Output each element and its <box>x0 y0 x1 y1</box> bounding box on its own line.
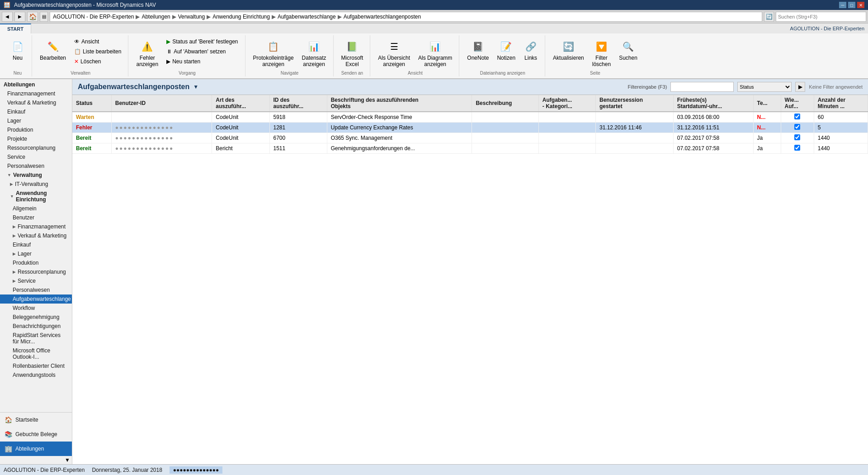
sidebar-item-workflow[interactable]: Workflow <box>0 304 72 313</box>
minimize-button[interactable]: ─ <box>839 2 846 8</box>
onenote-button[interactable]: 📓 OneNote <box>464 37 492 63</box>
row-checkbox[interactable] <box>794 145 800 151</box>
table-row[interactable]: Fehler●●●●●●●●●●●●●●CodeUnit1281Update C… <box>72 123 868 133</box>
sidebar-item-lager2[interactable]: ▶ Lager <box>0 249 72 258</box>
filter-input[interactable] <box>670 82 734 92</box>
sidebar-item-einkauf[interactable]: Einkauf <box>0 107 72 116</box>
set-abwarten-button[interactable]: ⏸ Auf 'Abwarten' setzen <box>163 47 241 56</box>
col-header-wie[interactable]: Wie...Auf... <box>781 95 814 112</box>
set-bereit-button[interactable]: ▶ Status auf 'Bereit' festlegen <box>163 37 241 46</box>
ribbon-group-label-neu: Neu <box>14 71 22 76</box>
page-title-dropdown-icon[interactable]: ▼ <box>193 84 198 90</box>
table-container: Status Benutzer-ID Art desauszuführ... I… <box>72 95 868 464</box>
sidebar-item-ressourcenplanung2[interactable]: ▶ Ressourcenplanung <box>0 267 72 276</box>
breadcrumb-icon[interactable]: ▤ <box>40 12 48 22</box>
als-uebersicht-button[interactable]: ☰ Als Übersichtanzeigen <box>375 37 413 70</box>
sidebar-item-service[interactable]: Service <box>0 152 72 162</box>
tab-start[interactable]: START <box>0 24 31 33</box>
notizen-button[interactable]: 📝 Notizen <box>494 37 519 63</box>
sidebar-item-finanzmanagement[interactable]: Finanzmanagement <box>0 89 72 98</box>
back-button[interactable]: ◀ <box>2 12 13 22</box>
sidebar-item-produktion2[interactable]: Produktion <box>0 258 72 267</box>
col-header-userid[interactable]: Benutzer-ID <box>111 95 212 112</box>
nav-gebuchte-belege[interactable]: 📚 Gebuchte Belege <box>0 427 72 442</box>
sidebar-item-beleggenehmigung[interactable]: Beleggenehmigung <box>0 313 72 322</box>
sidebar-item-produktion[interactable]: Produktion <box>0 125 72 134</box>
col-header-id[interactable]: ID desauszuführ... <box>269 95 327 112</box>
forward-button[interactable]: ▶ <box>14 12 25 22</box>
sidebar-item-benutzer[interactable]: Benutzer <box>0 213 72 222</box>
sidebar-item-benachrichtigungen[interactable]: Benachrichtigungen <box>0 322 72 331</box>
table-row[interactable]: WartenCodeUnit5918ServOrder-Check Respon… <box>72 112 868 123</box>
ribbon-group-vorgang: ⚠️ Fehleranzeigen ▶ Status auf 'Bereit' … <box>129 35 245 76</box>
links-icon: 🔗 <box>524 39 538 54</box>
als-diagramm-button[interactable]: 📊 Als Diagrammanzeigen <box>415 37 455 70</box>
col-header-te[interactable]: Te... <box>753 95 781 112</box>
sidebar-item-service2[interactable]: ▶ Service <box>0 276 72 285</box>
table-cell: 03.09.2016 08:00 <box>673 112 753 123</box>
sidebar-item-verkauf2[interactable]: ▶ Verkauf & Marketing <box>0 231 72 240</box>
sidebar-item-msoffice[interactable]: Microsoft Office Outlook-I... <box>0 346 72 361</box>
diagramm-icon: 📊 <box>428 39 443 54</box>
table-row[interactable]: Bereit●●●●●●●●●●●●●●Bericht1511Genehmigu… <box>72 143 868 154</box>
table-row[interactable]: Bereit●●●●●●●●●●●●●●CodeUnit6700O365 Syn… <box>72 133 868 143</box>
row-checkbox[interactable] <box>794 114 800 119</box>
restart-button[interactable]: ▶ Neu starten <box>163 57 241 66</box>
sidebar-item-finanzmanagement2[interactable]: ▶ Finanzmanagement <box>0 222 72 231</box>
col-header-status[interactable]: Status <box>72 95 111 112</box>
close-button[interactable]: ✕ <box>857 2 864 8</box>
sidebar-item-aufgabenwarteschlange[interactable]: Aufgabenwarteschlange <box>0 294 72 304</box>
excel-button[interactable]: 📗 MicrosoftExcel <box>338 37 367 70</box>
sidebar-item-it-verwaltung[interactable]: ▶ IT-Verwaltung <box>0 180 72 189</box>
sidebar-item-rapidstart[interactable]: RapidStart Services für Micr... <box>0 331 72 346</box>
protokoll-button[interactable]: 📋 Protokolleinträgeanzeigen <box>250 37 297 70</box>
links-button[interactable]: 🔗 Links <box>520 37 541 63</box>
sidebar-item-anwendung-einrichtung[interactable]: ▼ Anwendung Einrichtung <box>0 189 72 204</box>
sidebar-item-lager[interactable]: Lager <box>0 116 72 125</box>
sidebar-item-allgemein[interactable]: Allgemein <box>0 204 72 213</box>
sidebar-item-personalwesen2[interactable]: Personalwesen <box>0 285 72 294</box>
edit-list-button[interactable]: 📋 Liste bearbeiten <box>71 47 124 56</box>
aktualisieren-button[interactable]: 🔄 Aktualisieren <box>550 37 587 63</box>
sidebar-item-verwaltung[interactable]: ▼ Verwaltung <box>0 171 72 180</box>
edit-button[interactable]: ✏️ Bearbeiten <box>37 37 69 63</box>
col-header-fruehestes[interactable]: Früheste(s)Startdatum/-uhr... <box>673 95 753 112</box>
sidebar: Abteilungen Finanzmanagement Verkauf & M… <box>0 79 72 464</box>
global-search-input[interactable] <box>776 12 866 22</box>
nav-abteilungen[interactable]: 🏢 Abteilungen <box>0 442 72 456</box>
maximize-button[interactable]: □ <box>848 2 855 8</box>
sidebar-item-einkauf2[interactable]: Einkauf <box>0 240 72 249</box>
table-cell <box>538 112 595 123</box>
sidebar-item-personalwesen[interactable]: Personalwesen <box>0 162 72 171</box>
col-header-anzahl[interactable]: Anzahl derMinuten ... <box>814 95 868 112</box>
col-header-aufgaben[interactable]: Aufgaben...- Kategori... <box>538 95 595 112</box>
filter-status-select[interactable]: Status Warten Fehler Bereit <box>737 82 792 92</box>
filter-go-button[interactable]: ▶ <box>795 82 805 92</box>
sidebar-item-verkauf[interactable]: Verkauf & Marketing <box>0 98 72 107</box>
row-checkbox[interactable] <box>794 124 800 130</box>
sidebar-item-abteilungen[interactable]: Abteilungen <box>0 80 72 89</box>
sidebar-item-projekte[interactable]: Projekte <box>0 134 72 143</box>
row-checkbox[interactable] <box>794 134 800 140</box>
sidebar-item-anwendungstools[interactable]: Anwendungstools <box>0 370 72 380</box>
restart-icon: ▶ <box>166 58 170 65</box>
nav-startseite[interactable]: 🏠 Startseite <box>0 413 72 427</box>
new-button[interactable]: 📄 Neu <box>7 37 28 63</box>
view-button[interactable]: 👁 Ansicht <box>71 37 124 46</box>
col-header-beschreibung[interactable]: Beschreibung <box>472 95 538 112</box>
col-header-session[interactable]: Benutzersessiongestartet <box>595 95 673 112</box>
sidebar-item-rollenbasiert[interactable]: Rollenbasierter Client <box>0 361 72 370</box>
home-button[interactable]: 🏠 <box>27 12 38 22</box>
fehler-button[interactable]: ⚠️ Fehleranzeigen <box>133 37 161 70</box>
sidebar-collapse-button[interactable]: ▼ <box>0 456 72 464</box>
delete-button[interactable]: ✕ Löschen <box>71 57 124 66</box>
sidebar-item-ressourcenplanung[interactable]: Ressourcenplanung <box>0 143 72 152</box>
col-header-beschriftung[interactable]: Beschriftung des auszuführendenObjekts <box>327 95 472 112</box>
suchen-button[interactable]: 🔍 Suchen <box>616 37 641 63</box>
suchen-icon: 🔍 <box>621 39 635 54</box>
refresh-button[interactable]: 🔄 <box>764 12 774 22</box>
sidebar-section-main: Abteilungen Finanzmanagement Verkauf & M… <box>0 79 72 380</box>
datensatz-button[interactable]: 📊 Datensatzanzeigen <box>299 37 330 70</box>
col-header-art[interactable]: Art desauszuführ... <box>212 95 269 112</box>
filter-loeschen-button[interactable]: 🔽 Filterlöschen <box>589 37 614 70</box>
